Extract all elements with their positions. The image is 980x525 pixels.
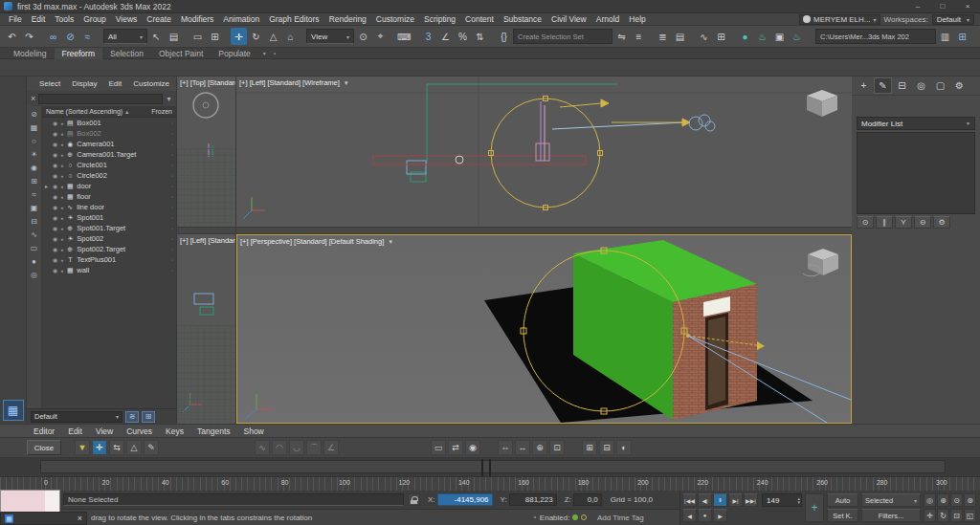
explorer-row[interactable]: ◉ ● ○ Circle002 ◦ <box>42 170 176 181</box>
toggle-ribbon-icon[interactable]: ▤ <box>672 28 688 45</box>
visibility-eye-icon[interactable]: ◉ <box>53 141 57 147</box>
curve-editor-menu-item[interactable]: Edit <box>61 427 89 436</box>
menu-item[interactable]: Substance <box>499 14 546 24</box>
zoom-region-icon[interactable]: ⊡ <box>950 509 963 522</box>
visibility-eye-icon[interactable]: ◉ <box>53 172 57 179</box>
render-dot-icon[interactable]: ● <box>60 142 63 147</box>
select-by-name-icon[interactable]: ▤ <box>166 28 182 45</box>
display-containers-icon[interactable]: ▭ <box>28 242 40 254</box>
frozen-state-icon[interactable]: ◦ <box>171 257 173 263</box>
menu-item[interactable]: Graph Editors <box>264 14 323 24</box>
menu-item[interactable]: Views <box>111 14 143 24</box>
redo-icon[interactable]: ↷ <box>21 28 37 45</box>
frozen-state-icon[interactable]: ◦ <box>171 236 173 242</box>
separator[interactable] <box>489 28 495 45</box>
render-setup-icon[interactable]: ♨ <box>754 28 770 45</box>
display-spacewarps-icon[interactable]: ≈ <box>28 188 40 201</box>
display-groups-icon[interactable]: ▣ <box>28 202 40 214</box>
display-shapes-icon[interactable]: ○ <box>28 135 40 147</box>
keyboard-override-icon[interactable]: ⌨ <box>396 28 412 45</box>
display-bones-icon[interactable]: ∿ <box>28 229 40 241</box>
viewport-label[interactable]: [+] [Left] [Standard] <box>180 236 235 245</box>
isolate-curve-icon[interactable]: ◐ <box>616 440 632 455</box>
scale-keys-icon[interactable]: △ <box>126 440 142 455</box>
frozen-state-icon[interactable]: ◦ <box>171 184 173 189</box>
play-animation-button[interactable]: ‖ <box>713 493 727 507</box>
curve-editor-menu-item[interactable]: Editor <box>27 427 61 436</box>
curve-editor-icon[interactable]: ∿ <box>696 28 712 45</box>
frozen-state-icon[interactable]: ◦ <box>171 173 173 179</box>
frozen-state-icon[interactable]: ◦ <box>171 152 173 158</box>
render-production-icon[interactable]: ♨ <box>789 28 805 45</box>
explorer-row[interactable]: ◉ ● ∿ line door ◦ <box>42 202 176 212</box>
rendered-frame-window-icon[interactable]: ▣ <box>771 28 788 45</box>
set-key-mode-button[interactable]: Set K. <box>827 509 858 522</box>
ribbon-tab[interactable]: Populate <box>211 48 258 59</box>
use-pivot-center-icon[interactable]: ⊙ <box>355 28 371 45</box>
minimize-button[interactable]: – <box>905 0 930 12</box>
angle-snap-icon[interactable]: ∠ <box>437 28 454 45</box>
tangents-fast-icon[interactable]: ◡ <box>289 440 304 455</box>
modifier-list-dropdown[interactable]: Modifier List ▼ <box>857 117 975 130</box>
separator[interactable] <box>300 28 305 45</box>
frozen-state-icon[interactable]: ◦ <box>171 142 173 147</box>
zoom-all-icon[interactable]: ⊛ <box>964 493 976 507</box>
percent-snap-icon[interactable]: % <box>455 28 471 45</box>
select-object-icon[interactable]: ↖ <box>148 28 165 45</box>
frozen-state-icon[interactable]: ◦ <box>171 247 173 252</box>
modifier-stack[interactable] <box>857 132 975 214</box>
viewport-label[interactable]: [+] [Perspective] [Standard] [Default Sh… <box>240 237 384 246</box>
render-dot-icon[interactable]: ● <box>60 205 63 210</box>
explorer-menu-item[interactable]: Display <box>67 79 101 88</box>
dialog-close-icon[interactable]: × <box>78 514 82 523</box>
explorer-row[interactable]: ◉ ● ⊕ Spot001.Target ◦ <box>42 223 176 233</box>
separator[interactable] <box>413 28 419 45</box>
current-frame-field[interactable]: 149 ▴ ▾ <box>762 493 802 507</box>
visibility-eye-icon[interactable]: ◉ <box>53 162 57 168</box>
display-cameras-icon[interactable]: ◉ <box>28 162 40 174</box>
menu-item[interactable]: Civil View <box>546 14 591 24</box>
selection-lock-icon[interactable] <box>408 493 420 506</box>
frozen-state-icon[interactable]: ◦ <box>171 120 173 126</box>
tangents-spline-icon[interactable]: ◠ <box>272 440 287 455</box>
add-time-tag-button[interactable]: Add Time Tag <box>597 514 644 522</box>
menu-item[interactable]: Create <box>142 14 176 24</box>
explorer-row[interactable]: ▸ ◉ ● ▦ door ◦ <box>42 181 176 191</box>
render-dot-icon[interactable]: ● <box>60 226 63 231</box>
unlink-selection-icon[interactable]: ⊘ <box>62 28 78 45</box>
explorer-row[interactable]: ◉ ● ○ Circle001 ◦ <box>42 160 176 170</box>
scene-explorer-toggle-button[interactable]: ▦ <box>3 400 24 421</box>
menu-item[interactable]: Scripting <box>419 14 460 24</box>
workspace-switch-icon[interactable]: ⊞ <box>954 28 970 45</box>
show-end-result-icon[interactable]: ∥ <box>876 216 893 229</box>
explorer-row[interactable]: ◉ ● ☀ Spot002 ◦ <box>42 233 176 244</box>
explorer-menu-item[interactable]: Customize <box>128 79 174 88</box>
display-helpers-icon[interactable]: ⊞ <box>28 175 40 187</box>
curve-editor-menu-item[interactable]: Keys <box>159 427 190 436</box>
viewcube[interactable] <box>803 249 838 276</box>
layer-explorer-button[interactable]: ⊞ <box>142 411 155 423</box>
menu-item[interactable]: Content <box>460 14 499 24</box>
chevron-down-icon[interactable]: ▾ <box>260 50 269 56</box>
separator[interactable] <box>183 28 189 45</box>
name-column-header[interactable]: Name (Sorted Ascending) <box>46 108 122 115</box>
visibility-eye-icon[interactable]: ◉ <box>53 193 57 200</box>
visibility-eye-icon[interactable]: ◉ <box>53 225 57 231</box>
close-button[interactable]: × <box>955 0 980 12</box>
viewport-perspective[interactable]: [+] [Perspective] [Standard] [Default Sh… <box>236 234 852 424</box>
filter-funnel-icon[interactable]: ▼ <box>166 96 172 102</box>
tangents-linear-icon[interactable]: ∠ <box>323 440 339 455</box>
visibility-eye-icon[interactable]: ◉ <box>53 256 57 263</box>
ribbon-tab[interactable]: Modeling <box>6 48 55 59</box>
render-dot-icon[interactable]: ● <box>60 257 63 263</box>
explorer-row[interactable]: ◉ ● ◉ Camera001 ◦ <box>42 139 176 149</box>
next-frame-button[interactable]: ▶| <box>728 493 743 507</box>
viewport-top-strip[interactable]: [+] [Top] [Standard] <box>177 77 235 227</box>
visibility-eye-icon[interactable]: ◉ <box>53 151 57 158</box>
menu-item[interactable]: File <box>4 14 27 24</box>
explorer-row[interactable]: ◉ ● ▦ floor ◦ <box>42 191 176 202</box>
viewport-splitter[interactable] <box>236 227 852 234</box>
menu-item[interactable]: Modifiers <box>176 14 218 24</box>
explorer-row[interactable]: ◉ ● ▤ Box001 ◦ <box>42 118 176 128</box>
key-selection-set-dropdown[interactable]: Selected ▾ <box>861 493 921 507</box>
